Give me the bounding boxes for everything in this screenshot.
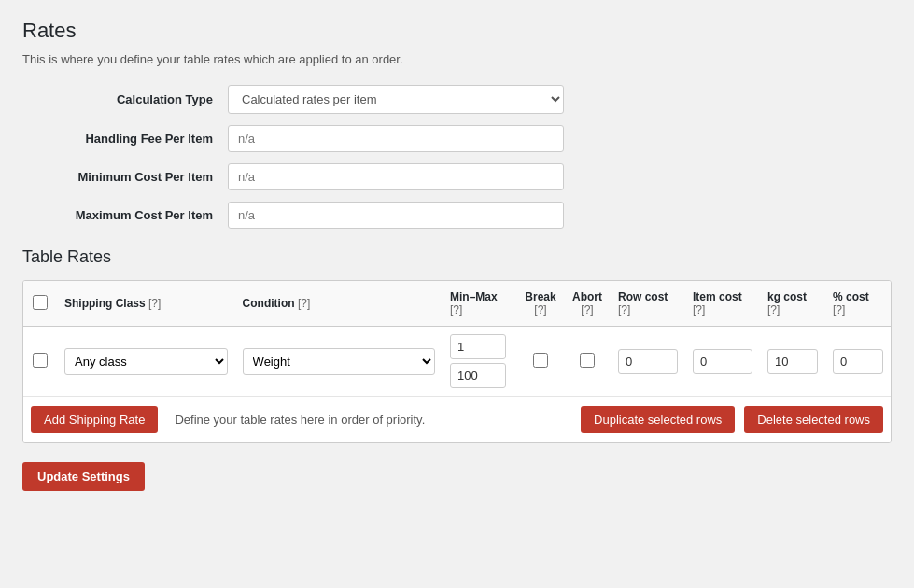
row-item-cost-input[interactable] [693, 349, 752, 374]
row-pct-cost-cell [825, 327, 891, 397]
footer-priority-text: Define your table rates here in order of… [175, 413, 571, 427]
row-condition-cell: Weight Price Quantity Volume [235, 327, 443, 397]
row-kg-cost-cell [760, 327, 825, 397]
max-cost-label: Maximum Cost Per Item [22, 208, 228, 222]
min-cost-label: Minimum Cost Per Item [22, 170, 228, 184]
row-abort-cell [564, 327, 611, 397]
delete-rows-button[interactable]: Delete selected rows [744, 406, 883, 433]
row-checkbox-cell [23, 327, 57, 397]
row-cost-input[interactable] [618, 349, 678, 374]
page-description: This is where you define your table rate… [22, 52, 892, 66]
table-footer: Add Shipping Rate Define your table rate… [23, 397, 891, 442]
header-pct-cost: % cost [?] [825, 281, 891, 327]
row-break-cell [517, 327, 564, 397]
form-section: Calculation Type Calculated rates per it… [22, 85, 892, 229]
row-minmax-cell [443, 327, 517, 397]
min-cost-input[interactable] [228, 163, 564, 190]
table-rates-container: Shipping Class [?] Condition [?] Min–Max… [22, 280, 892, 443]
row-min-input[interactable] [450, 334, 506, 359]
header-condition: Condition [?] [235, 281, 443, 327]
handling-fee-row: Handling Fee Per Item [22, 125, 892, 152]
max-cost-row: Maximum Cost Per Item [22, 202, 892, 229]
row-abort-checkbox[interactable] [580, 353, 595, 368]
max-cost-input[interactable] [228, 202, 564, 229]
row-shipping-class-select[interactable]: Any class Small Medium Large [64, 348, 228, 375]
row-max-input[interactable] [450, 363, 506, 388]
page-title: Rates [22, 19, 892, 43]
row-cost-cell [611, 327, 685, 397]
duplicate-rows-button[interactable]: Duplicate selected rows [581, 406, 735, 433]
row-break-checkbox[interactable] [533, 353, 548, 368]
min-cost-row: Minimum Cost Per Item [22, 163, 892, 190]
calculation-type-label: Calculation Type [22, 92, 228, 106]
row-condition-select[interactable]: Weight Price Quantity Volume [243, 348, 435, 375]
select-all-checkbox[interactable] [33, 295, 48, 310]
header-shipping-class: Shipping Class [?] [57, 281, 235, 327]
header-abort: Abort [?] [564, 281, 611, 327]
header-checkbox-col [23, 281, 57, 327]
rates-table: Shipping Class [?] Condition [?] Min–Max… [23, 281, 891, 397]
table-header-row: Shipping Class [?] Condition [?] Min–Max… [23, 281, 891, 327]
table-row: Any class Small Medium Large Weight Pric… [23, 327, 891, 397]
row-checkbox[interactable] [33, 353, 48, 368]
row-item-cost-cell [685, 327, 760, 397]
row-kg-cost-input[interactable] [767, 349, 818, 374]
add-shipping-rate-button[interactable]: Add Shipping Rate [31, 406, 158, 433]
row-pct-cost-input[interactable] [833, 349, 883, 374]
header-item-cost: Item cost [?] [685, 281, 760, 327]
handling-fee-input[interactable] [228, 125, 564, 152]
min-max-inputs [450, 334, 510, 388]
header-kg-cost: kg cost [?] [760, 281, 825, 327]
handling-fee-label: Handling Fee Per Item [22, 132, 228, 146]
calculation-type-select[interactable]: Calculated rates per item Per order Per … [228, 85, 564, 114]
update-settings-button[interactable]: Update Settings [22, 462, 145, 491]
header-row-cost: Row cost [?] [611, 281, 685, 327]
table-rates-title: Table Rates [22, 247, 892, 267]
calculation-type-row: Calculation Type Calculated rates per it… [22, 85, 892, 114]
header-min-max: Min–Max [?] [443, 281, 517, 327]
row-shipping-class-cell: Any class Small Medium Large [57, 327, 235, 397]
header-break: Break [?] [517, 281, 564, 327]
